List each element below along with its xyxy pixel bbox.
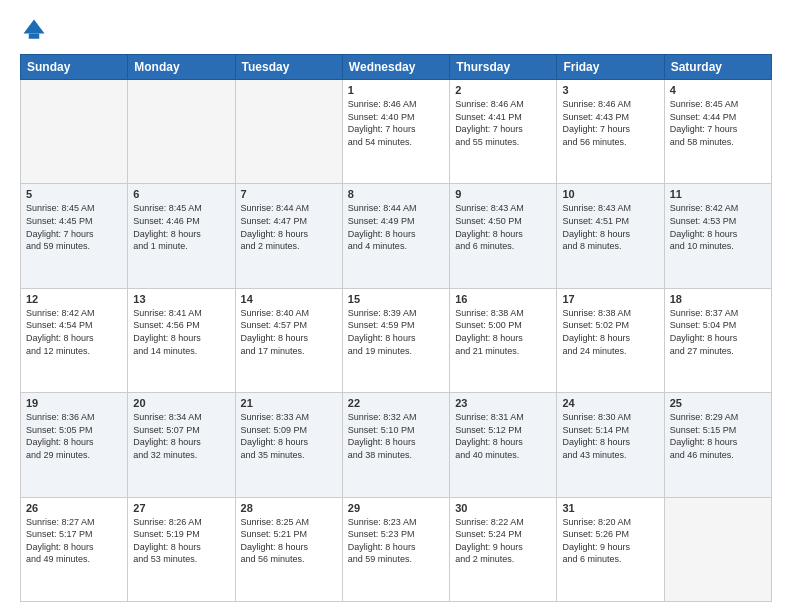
day-number: 21 (241, 397, 337, 409)
day-cell: 19Sunrise: 8:36 AM Sunset: 5:05 PM Dayli… (21, 393, 128, 497)
day-number: 18 (670, 293, 766, 305)
header-cell-monday: Monday (128, 55, 235, 80)
day-info: Sunrise: 8:23 AM Sunset: 5:23 PM Dayligh… (348, 516, 444, 566)
day-cell: 15Sunrise: 8:39 AM Sunset: 4:59 PM Dayli… (342, 288, 449, 392)
day-info: Sunrise: 8:31 AM Sunset: 5:12 PM Dayligh… (455, 411, 551, 461)
header-cell-friday: Friday (557, 55, 664, 80)
day-number: 23 (455, 397, 551, 409)
day-cell: 18Sunrise: 8:37 AM Sunset: 5:04 PM Dayli… (664, 288, 771, 392)
header-cell-wednesday: Wednesday (342, 55, 449, 80)
day-info: Sunrise: 8:43 AM Sunset: 4:51 PM Dayligh… (562, 202, 658, 252)
header-row: SundayMondayTuesdayWednesdayThursdayFrid… (21, 55, 772, 80)
day-cell: 11Sunrise: 8:42 AM Sunset: 4:53 PM Dayli… (664, 184, 771, 288)
day-info: Sunrise: 8:20 AM Sunset: 5:26 PM Dayligh… (562, 516, 658, 566)
header (20, 16, 772, 44)
day-info: Sunrise: 8:32 AM Sunset: 5:10 PM Dayligh… (348, 411, 444, 461)
day-cell: 21Sunrise: 8:33 AM Sunset: 5:09 PM Dayli… (235, 393, 342, 497)
day-number: 17 (562, 293, 658, 305)
day-number: 31 (562, 502, 658, 514)
day-number: 3 (562, 84, 658, 96)
week-row-3: 12Sunrise: 8:42 AM Sunset: 4:54 PM Dayli… (21, 288, 772, 392)
day-cell: 7Sunrise: 8:44 AM Sunset: 4:47 PM Daylig… (235, 184, 342, 288)
day-info: Sunrise: 8:46 AM Sunset: 4:43 PM Dayligh… (562, 98, 658, 148)
day-info: Sunrise: 8:29 AM Sunset: 5:15 PM Dayligh… (670, 411, 766, 461)
header-cell-sunday: Sunday (21, 55, 128, 80)
day-cell: 5Sunrise: 8:45 AM Sunset: 4:45 PM Daylig… (21, 184, 128, 288)
day-info: Sunrise: 8:45 AM Sunset: 4:45 PM Dayligh… (26, 202, 122, 252)
logo-icon (20, 16, 48, 44)
day-number: 25 (670, 397, 766, 409)
day-cell (664, 497, 771, 601)
day-info: Sunrise: 8:42 AM Sunset: 4:53 PM Dayligh… (670, 202, 766, 252)
day-cell (128, 80, 235, 184)
svg-rect-1 (29, 34, 40, 39)
header-cell-tuesday: Tuesday (235, 55, 342, 80)
svg-marker-0 (24, 20, 45, 34)
logo (20, 16, 52, 44)
week-row-5: 26Sunrise: 8:27 AM Sunset: 5:17 PM Dayli… (21, 497, 772, 601)
day-number: 29 (348, 502, 444, 514)
day-cell: 23Sunrise: 8:31 AM Sunset: 5:12 PM Dayli… (450, 393, 557, 497)
day-cell: 4Sunrise: 8:45 AM Sunset: 4:44 PM Daylig… (664, 80, 771, 184)
day-number: 14 (241, 293, 337, 305)
day-cell: 30Sunrise: 8:22 AM Sunset: 5:24 PM Dayli… (450, 497, 557, 601)
day-info: Sunrise: 8:34 AM Sunset: 5:07 PM Dayligh… (133, 411, 229, 461)
day-cell: 17Sunrise: 8:38 AM Sunset: 5:02 PM Dayli… (557, 288, 664, 392)
day-cell (21, 80, 128, 184)
day-number: 22 (348, 397, 444, 409)
day-info: Sunrise: 8:30 AM Sunset: 5:14 PM Dayligh… (562, 411, 658, 461)
week-row-2: 5Sunrise: 8:45 AM Sunset: 4:45 PM Daylig… (21, 184, 772, 288)
day-cell: 28Sunrise: 8:25 AM Sunset: 5:21 PM Dayli… (235, 497, 342, 601)
day-cell: 16Sunrise: 8:38 AM Sunset: 5:00 PM Dayli… (450, 288, 557, 392)
day-number: 24 (562, 397, 658, 409)
day-info: Sunrise: 8:46 AM Sunset: 4:40 PM Dayligh… (348, 98, 444, 148)
day-cell: 26Sunrise: 8:27 AM Sunset: 5:17 PM Dayli… (21, 497, 128, 601)
day-cell: 3Sunrise: 8:46 AM Sunset: 4:43 PM Daylig… (557, 80, 664, 184)
day-number: 30 (455, 502, 551, 514)
day-info: Sunrise: 8:39 AM Sunset: 4:59 PM Dayligh… (348, 307, 444, 357)
day-cell: 31Sunrise: 8:20 AM Sunset: 5:26 PM Dayli… (557, 497, 664, 601)
day-cell: 2Sunrise: 8:46 AM Sunset: 4:41 PM Daylig… (450, 80, 557, 184)
day-number: 1 (348, 84, 444, 96)
day-cell: 25Sunrise: 8:29 AM Sunset: 5:15 PM Dayli… (664, 393, 771, 497)
calendar-body: 1Sunrise: 8:46 AM Sunset: 4:40 PM Daylig… (21, 80, 772, 602)
day-info: Sunrise: 8:22 AM Sunset: 5:24 PM Dayligh… (455, 516, 551, 566)
day-cell: 6Sunrise: 8:45 AM Sunset: 4:46 PM Daylig… (128, 184, 235, 288)
day-number: 12 (26, 293, 122, 305)
week-row-4: 19Sunrise: 8:36 AM Sunset: 5:05 PM Dayli… (21, 393, 772, 497)
day-info: Sunrise: 8:33 AM Sunset: 5:09 PM Dayligh… (241, 411, 337, 461)
day-cell: 8Sunrise: 8:44 AM Sunset: 4:49 PM Daylig… (342, 184, 449, 288)
day-number: 10 (562, 188, 658, 200)
calendar-header: SundayMondayTuesdayWednesdayThursdayFrid… (21, 55, 772, 80)
day-info: Sunrise: 8:38 AM Sunset: 5:00 PM Dayligh… (455, 307, 551, 357)
day-info: Sunrise: 8:46 AM Sunset: 4:41 PM Dayligh… (455, 98, 551, 148)
day-number: 27 (133, 502, 229, 514)
day-cell: 13Sunrise: 8:41 AM Sunset: 4:56 PM Dayli… (128, 288, 235, 392)
day-number: 6 (133, 188, 229, 200)
day-cell: 22Sunrise: 8:32 AM Sunset: 5:10 PM Dayli… (342, 393, 449, 497)
day-info: Sunrise: 8:41 AM Sunset: 4:56 PM Dayligh… (133, 307, 229, 357)
day-cell: 1Sunrise: 8:46 AM Sunset: 4:40 PM Daylig… (342, 80, 449, 184)
day-info: Sunrise: 8:40 AM Sunset: 4:57 PM Dayligh… (241, 307, 337, 357)
day-cell: 24Sunrise: 8:30 AM Sunset: 5:14 PM Dayli… (557, 393, 664, 497)
day-number: 4 (670, 84, 766, 96)
week-row-1: 1Sunrise: 8:46 AM Sunset: 4:40 PM Daylig… (21, 80, 772, 184)
day-cell: 10Sunrise: 8:43 AM Sunset: 4:51 PM Dayli… (557, 184, 664, 288)
day-cell (235, 80, 342, 184)
header-cell-thursday: Thursday (450, 55, 557, 80)
header-cell-saturday: Saturday (664, 55, 771, 80)
day-number: 5 (26, 188, 122, 200)
day-info: Sunrise: 8:38 AM Sunset: 5:02 PM Dayligh… (562, 307, 658, 357)
day-info: Sunrise: 8:45 AM Sunset: 4:44 PM Dayligh… (670, 98, 766, 148)
day-info: Sunrise: 8:25 AM Sunset: 5:21 PM Dayligh… (241, 516, 337, 566)
day-number: 8 (348, 188, 444, 200)
day-number: 26 (26, 502, 122, 514)
day-cell: 29Sunrise: 8:23 AM Sunset: 5:23 PM Dayli… (342, 497, 449, 601)
day-info: Sunrise: 8:43 AM Sunset: 4:50 PM Dayligh… (455, 202, 551, 252)
day-number: 9 (455, 188, 551, 200)
day-info: Sunrise: 8:45 AM Sunset: 4:46 PM Dayligh… (133, 202, 229, 252)
day-number: 15 (348, 293, 444, 305)
day-number: 2 (455, 84, 551, 96)
day-number: 7 (241, 188, 337, 200)
day-cell: 9Sunrise: 8:43 AM Sunset: 4:50 PM Daylig… (450, 184, 557, 288)
